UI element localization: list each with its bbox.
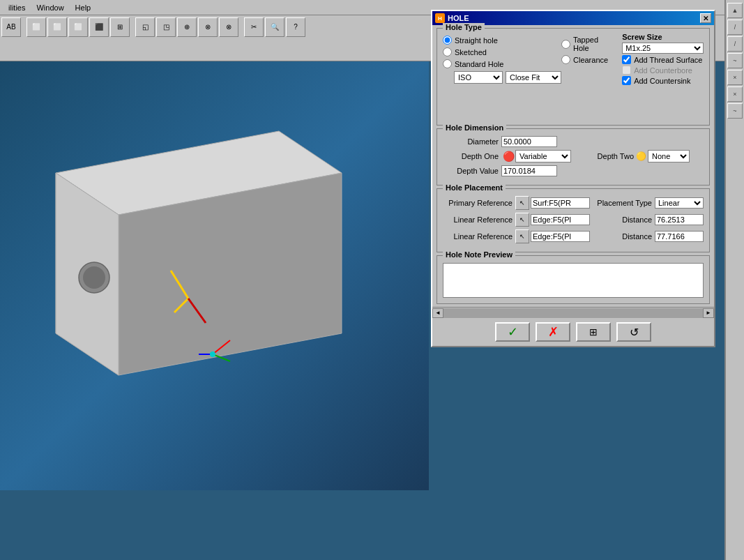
add-countersink-check[interactable]	[622, 76, 631, 85]
distance2-label: Distance	[622, 232, 652, 241]
dialog-buttons: ✓ ✗ ⊞ ↺	[432, 318, 714, 346]
sketched-radio[interactable]: Sketched	[443, 47, 487, 56]
hole-note-preview-label: Hole Note Preview	[443, 250, 515, 259]
depth-value-row: Depth Value	[443, 165, 704, 176]
menu-ilities[interactable]: ilities	[3, 2, 31, 13]
placement-type-select[interactable]: Linear Radial On Point	[655, 197, 704, 209]
primary-ref-label: Primary Reference	[443, 199, 513, 207]
hole-dimension-section: Hole Dimension Diameter Depth One 🔴 Vari…	[436, 128, 710, 186]
hole-dialog: H HOLE ✕ Hole Type Straight hole Sketch	[431, 10, 715, 347]
sketched-label: Sketched	[455, 48, 487, 56]
tapped-hole-row: Tapped Hole	[561, 36, 619, 52]
cancel-button[interactable]: ✗	[536, 322, 570, 342]
diameter-row: Diameter	[443, 136, 704, 147]
svg-point-5	[83, 266, 105, 289]
hole-placement-section: Hole Placement Primary Reference ↖ Place…	[436, 188, 710, 252]
add-thread-surface-label: Add Thread Surface	[634, 56, 702, 64]
tb-btn-14[interactable]: ?	[286, 17, 305, 37]
rp-btn-7[interactable]: ~	[727, 103, 743, 119]
distance1-input[interactable]	[655, 214, 704, 225]
depth-one-label: Depth One	[443, 152, 499, 160]
hole-type-section: Hole Type Straight hole Sketched	[436, 28, 710, 126]
linear-ref2-label: Linear Reference	[443, 232, 513, 241]
linear-ref2-row: Linear Reference ↖ Distance	[443, 229, 704, 243]
linear-ref1-label: Linear Reference	[443, 215, 513, 224]
distance1-label: Distance	[622, 215, 652, 224]
tapped-hole-radio[interactable]: Tapped Hole	[561, 36, 608, 52]
tb-btn-4[interactable]: ⬜	[68, 17, 88, 37]
straight-hole-radio[interactable]: Straight hole	[443, 36, 498, 45]
add-countersink-row: Add Countersink	[622, 76, 704, 85]
preview-button[interactable]: ⊞	[576, 322, 611, 342]
menu-help[interactable]: Help	[70, 2, 97, 13]
clearance-label: Clearance	[573, 56, 608, 64]
screw-size-select[interactable]: M1x.25	[622, 43, 704, 54]
tb-btn-6[interactable]: ⊞	[110, 17, 130, 37]
horizontal-scrollbar[interactable]: ◄ ►	[432, 307, 714, 318]
depth-two-icon: 🟡	[635, 151, 646, 162]
add-thread-surface-check[interactable]	[622, 55, 631, 64]
add-countersink-label: Add Countersink	[634, 77, 690, 85]
ok-button[interactable]: ✓	[495, 322, 530, 342]
rp-btn-2[interactable]: /	[727, 20, 743, 35]
standard-hole-radio[interactable]: Standard Hole	[443, 59, 503, 68]
tb-btn-9[interactable]: ⊕	[177, 17, 197, 37]
scroll-right-btn[interactable]: ►	[703, 308, 714, 318]
add-counterbore-check[interactable]	[622, 66, 631, 75]
distance2-input[interactable]	[655, 231, 704, 242]
depth-two-select[interactable]: None	[648, 150, 690, 162]
viewport[interactable]	[0, 61, 429, 490]
depth-one-icon: 🔴	[503, 151, 514, 162]
close-button[interactable]: ✕	[700, 13, 711, 23]
rp-btn-5[interactable]: ×	[727, 70, 743, 85]
tb-btn-12[interactable]: ✂	[244, 17, 264, 37]
tb-btn-7[interactable]: ◱	[135, 17, 155, 37]
rp-btn-6[interactable]: ×	[727, 86, 743, 102]
standard-hole-label: Standard Hole	[455, 60, 503, 68]
rp-btn-1[interactable]: ▲	[727, 3, 743, 18]
straight-hole-row: Straight hole	[443, 36, 561, 45]
rp-btn-4[interactable]: ~	[727, 53, 743, 68]
primary-ref-selector-btn[interactable]: ↖	[515, 196, 529, 210]
tb-btn-10[interactable]: ⊗	[198, 17, 218, 37]
tb-btn-8[interactable]: ◳	[156, 17, 176, 37]
linear-ref1-input[interactable]	[531, 214, 590, 225]
tb-btn-11[interactable]: ⊗	[219, 17, 238, 37]
screw-size-label: Screw Size	[622, 33, 704, 41]
menu-window[interactable]: Window	[31, 2, 69, 13]
fit-select[interactable]: Close Fit	[506, 71, 561, 84]
diameter-label: Diameter	[443, 137, 499, 146]
iso-select[interactable]: ISO	[454, 71, 503, 84]
scroll-track[interactable]	[443, 308, 703, 318]
sketched-row: Sketched	[443, 47, 561, 56]
straight-hole-label: Straight hole	[455, 36, 498, 45]
linear-ref2-input[interactable]	[531, 231, 590, 242]
linear-ref1-selector-btn[interactable]: ↖	[515, 213, 529, 227]
tb-btn-5[interactable]: ⬛	[89, 17, 109, 37]
depth-one-select[interactable]: Variable Through All Blind	[515, 150, 571, 162]
dialog-icon: H	[435, 13, 445, 23]
scroll-left-btn[interactable]: ◄	[432, 308, 443, 318]
primary-ref-row: Primary Reference ↖ Placement Type Linea…	[443, 196, 704, 210]
hole-type-label: Hole Type	[443, 23, 485, 31]
add-counterbore-label: Add Counterbore	[634, 66, 692, 75]
rp-btn-3[interactable]: /	[727, 36, 743, 52]
add-counterbore-row: Add Counterbore	[622, 66, 704, 75]
tb-btn-13[interactable]: 🔍	[265, 17, 284, 37]
placement-type-label: Placement Type	[597, 199, 652, 207]
clearance-radio[interactable]: Clearance	[561, 55, 608, 64]
linear-ref1-row: Linear Reference ↖ Distance	[443, 213, 704, 227]
tb-btn-3[interactable]: ⬜	[47, 17, 67, 37]
right-panel: ▲ / / ~ × × ~	[724, 0, 744, 560]
hole-note-preview-content	[443, 263, 704, 298]
primary-ref-input[interactable]	[531, 197, 590, 209]
viewport-svg	[0, 61, 429, 490]
tb-btn-2[interactable]: ⬜	[26, 17, 46, 37]
diameter-input[interactable]	[501, 136, 557, 147]
screw-size-panel: Screw Size M1x.25 Add Thread Surface Add…	[619, 33, 704, 86]
refresh-button[interactable]: ↺	[616, 322, 651, 342]
linear-ref2-selector-btn[interactable]: ↖	[515, 229, 529, 243]
depth-value-input[interactable]	[501, 165, 557, 176]
hole-dimension-label: Hole Dimension	[443, 123, 506, 132]
tb-btn-1[interactable]: AB	[1, 17, 21, 37]
